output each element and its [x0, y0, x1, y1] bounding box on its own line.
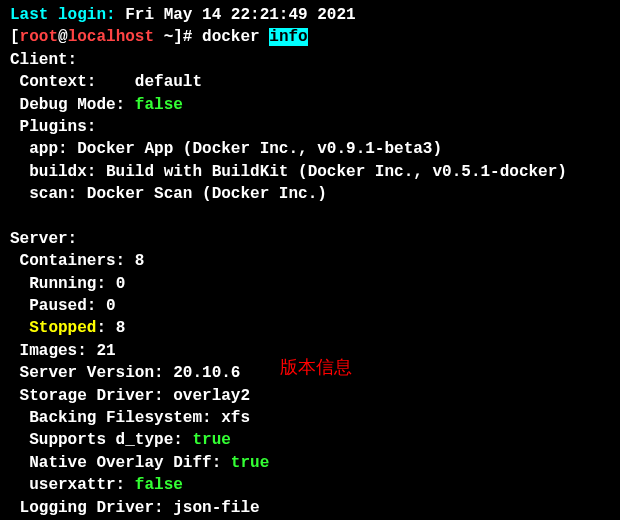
userxattr-label: userxattr: [10, 476, 135, 494]
plugin-scan: scan: Docker Scan (Docker Inc.) [10, 183, 612, 205]
logging-label: Logging Driver: [10, 499, 173, 517]
running-value: 0 [116, 275, 126, 293]
overlay-label: Native Overlay Diff: [10, 454, 231, 472]
storage-label: Storage Driver: [10, 387, 173, 405]
native-overlay: Native Overlay Diff: true [10, 452, 612, 474]
dtype-value: true [192, 431, 230, 449]
supports-dtype: Supports d_type: true [10, 429, 612, 451]
server-header: Server: [10, 228, 612, 250]
last-login-timestamp: Fri May 14 22:21:49 2021 [116, 6, 356, 24]
backing-filesystem: Backing Filesystem: xfs [10, 407, 612, 429]
containers-value: 8 [135, 252, 145, 270]
client-debug: Debug Mode: false [10, 94, 612, 116]
containers-label: Containers: [10, 252, 135, 270]
storage-driver: Storage Driver: overlay2 [10, 385, 612, 407]
version-label: Server Version: [10, 364, 173, 382]
command-docker: docker [202, 28, 269, 46]
stopped-colon: : [96, 319, 115, 337]
prompt-user: root [20, 28, 58, 46]
version-value: 20.10.6 [173, 364, 240, 382]
logging-driver: Logging Driver: json-file [10, 497, 612, 519]
plugins-label: Plugins: [10, 116, 612, 138]
version-annotation: 版本信息 [280, 355, 352, 380]
client-header: Client: [10, 49, 612, 71]
last-login-line: Last login: Fri May 14 22:21:49 2021 [10, 4, 612, 26]
running-label: Running: [10, 275, 116, 293]
stopped-label: Stopped [10, 319, 96, 337]
paused-label: Paused: [10, 297, 106, 315]
prompt-at: @ [58, 28, 68, 46]
prompt-path: ~]# [154, 28, 202, 46]
plugin-buildx: buildx: Build with BuildKit (Docker Inc.… [10, 161, 612, 183]
images-value: 21 [96, 342, 115, 360]
backing-label: Backing Filesystem: [10, 409, 221, 427]
server-stopped: Stopped: 8 [10, 317, 612, 339]
logging-value: json-file [173, 499, 259, 517]
debug-label: Debug Mode: [10, 96, 135, 114]
userxattr: userxattr: false [10, 474, 612, 496]
stopped-value: 8 [116, 319, 126, 337]
prompt-line: [root@localhost ~]# docker info [10, 26, 612, 48]
images-label: Images: [10, 342, 96, 360]
command-info-highlighted: info [269, 28, 307, 46]
debug-value: false [135, 96, 183, 114]
storage-value: overlay2 [173, 387, 250, 405]
terminal-window[interactable]: Last login: Fri May 14 22:21:49 2021 [ro… [0, 0, 620, 520]
last-login-label: Last login: [10, 6, 116, 24]
paused-value: 0 [106, 297, 116, 315]
bracket-open: [ [10, 28, 20, 46]
userxattr-value: false [135, 476, 183, 494]
context-label: Context: [10, 73, 135, 91]
client-context: Context: default [10, 71, 612, 93]
dtype-label: Supports d_type: [10, 431, 192, 449]
plugin-app: app: Docker App (Docker Inc., v0.9.1-bet… [10, 138, 612, 160]
server-containers: Containers: 8 [10, 250, 612, 272]
backing-value: xfs [221, 409, 250, 427]
context-value: default [135, 73, 202, 91]
overlay-value: true [231, 454, 269, 472]
cgroup-driver: Cgroup Driver: cgroupfs [10, 519, 612, 523]
prompt-host: localhost [68, 28, 154, 46]
server-paused: Paused: 0 [10, 295, 612, 317]
server-running: Running: 0 [10, 273, 612, 295]
blank-line [10, 206, 612, 228]
